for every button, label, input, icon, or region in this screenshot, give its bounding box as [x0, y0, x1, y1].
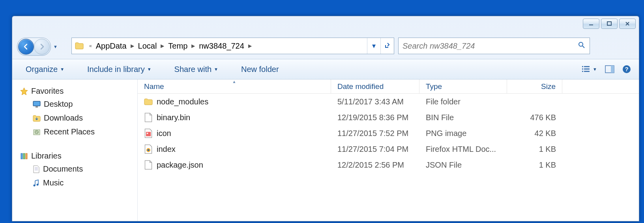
file-date: 5/11/2017 3:43 AM — [331, 97, 419, 106]
svg-point-22 — [37, 183, 39, 185]
sidebar-item-desktop[interactable]: Desktop — [20, 97, 137, 111]
file-size: 42 KB — [507, 129, 562, 138]
file-type: File folder — [419, 97, 507, 106]
breadcrumb-chevron-icon[interactable]: ▶ — [127, 38, 137, 54]
svg-rect-3 — [582, 66, 583, 67]
forward-button[interactable] — [34, 39, 50, 55]
desktop-icon — [33, 101, 41, 108]
search-input[interactable] — [402, 42, 578, 51]
toolbar-label: Include in library — [87, 65, 145, 74]
breadcrumb-chevron-icon[interactable]: ▶ — [245, 38, 255, 54]
preview-pane-button[interactable] — [605, 65, 614, 73]
include-in-library-menu[interactable]: Include in library ▼ — [82, 62, 157, 76]
column-header-size[interactable]: Size — [507, 79, 562, 93]
sidebar-item-label: Music — [43, 178, 64, 187]
svg-rect-10 — [611, 66, 614, 73]
help-icon: ? — [622, 65, 631, 74]
search-box[interactable] — [398, 38, 590, 54]
share-with-menu[interactable]: Share with ▼ — [169, 62, 224, 76]
sidebar-favorites-header[interactable]: Favorites — [20, 85, 137, 97]
preview-pane-icon — [605, 65, 614, 73]
close-button[interactable] — [619, 19, 636, 29]
svg-point-24 — [147, 132, 148, 134]
svg-rect-0 — [589, 25, 593, 25]
file-date: 12/19/2015 8:36 PM — [331, 113, 419, 122]
documents-icon — [33, 165, 40, 173]
search-icon[interactable] — [578, 41, 586, 51]
column-header-name[interactable]: ▲ Name — [138, 79, 331, 93]
toolbar-label: New folder — [241, 65, 279, 74]
chevron-down-icon: ▼ — [593, 67, 597, 72]
file-type: BIN File — [419, 113, 507, 122]
svg-point-21 — [34, 184, 36, 186]
explorer-window: ▼ « AppData ▶ Local ▶ Temp ▶ nw3848_724 … — [12, 16, 639, 221]
svg-rect-20 — [26, 153, 27, 159]
svg-rect-23 — [146, 132, 151, 136]
breadcrumb-chevron-icon[interactable]: ▶ — [188, 38, 198, 54]
nav-history-dropdown[interactable]: ▼ — [53, 44, 58, 49]
file-icon — [144, 161, 153, 169]
list-view-icon — [582, 65, 591, 73]
svg-rect-15 — [36, 106, 38, 108]
file-row[interactable]: node_modules5/11/2017 3:43 AMFile folder — [138, 94, 639, 110]
file-icon — [144, 113, 153, 122]
file-size: 1 KB — [507, 161, 562, 170]
svg-rect-18 — [21, 153, 22, 159]
refresh-button[interactable] — [380, 38, 394, 54]
breadcrumb-item[interactable]: Temp — [167, 38, 188, 54]
file-date: 11/27/2015 7:04 PM — [331, 145, 419, 154]
file-name: binary.bin — [157, 113, 190, 122]
sidebar-item-music[interactable]: Music — [20, 176, 137, 190]
file-row[interactable]: package.json12/2/2015 2:56 PMJSON File1 … — [138, 157, 639, 173]
address-bar[interactable]: « AppData ▶ Local ▶ Temp ▶ nw3848_724 ▶ … — [71, 38, 394, 54]
minimize-button[interactable] — [583, 19, 599, 29]
file-name: icon — [157, 129, 171, 138]
column-label: Name — [144, 82, 164, 91]
sidebar-item-downloads[interactable]: Downloads — [20, 111, 137, 125]
breadcrumb-chevron-icon[interactable]: ▶ — [157, 38, 167, 54]
libraries-icon — [20, 152, 28, 160]
breadcrumb-item[interactable]: AppData — [95, 38, 127, 54]
file-name: package.json — [157, 161, 203, 170]
column-label: Date modified — [337, 82, 384, 91]
file-row[interactable]: icon11/27/2015 7:52 PMPNG image42 KB — [138, 125, 639, 141]
svg-text:?: ? — [625, 66, 628, 72]
file-row[interactable]: binary.bin12/19/2015 8:36 PMBIN File476 … — [138, 110, 639, 125]
column-label: Type — [426, 82, 442, 91]
column-header-date[interactable]: Date modified — [331, 79, 419, 93]
svg-rect-7 — [582, 71, 583, 72]
column-header-type[interactable]: Type — [419, 79, 507, 93]
organize-menu[interactable]: Organize ▼ — [20, 62, 70, 76]
chevron-down-icon: ▼ — [60, 67, 64, 72]
breadcrumb-overflow[interactable]: « — [86, 38, 95, 54]
maximize-button[interactable] — [601, 19, 618, 29]
help-button[interactable]: ? — [622, 65, 631, 74]
file-name: node_modules — [157, 97, 208, 106]
file-type: JSON File — [419, 161, 507, 170]
file-rows: node_modules5/11/2017 3:43 AMFile folder… — [138, 94, 639, 173]
breadcrumb-item[interactable]: nw3848_724 — [198, 38, 245, 54]
file-row[interactable]: index11/27/2015 7:04 PMFirefox HTML Doc.… — [138, 141, 639, 157]
file-list-pane: ▲ Name Date modified Type Size node_modu… — [138, 79, 639, 221]
sidebar-libraries-header[interactable]: Libraries — [20, 150, 137, 162]
view-options-button[interactable]: ▼ — [582, 65, 597, 73]
toolbar-label: Share with — [174, 65, 212, 74]
address-history-dropdown[interactable]: ▾ — [367, 38, 380, 54]
new-folder-button[interactable]: New folder — [236, 62, 285, 76]
sidebar-item-label: Downloads — [44, 113, 83, 123]
column-label: Size — [541, 82, 556, 91]
svg-rect-5 — [582, 68, 583, 70]
sidebar-item-documents[interactable]: Documents — [20, 162, 137, 176]
back-button[interactable] — [18, 39, 34, 55]
sidebar-item-recent-places[interactable]: Recent Places — [20, 125, 137, 139]
downloads-icon — [33, 115, 41, 122]
sidebar-group-label: Favorites — [31, 87, 64, 96]
window-controls — [583, 19, 636, 29]
html-icon — [144, 145, 153, 153]
file-size: 476 KB — [507, 113, 562, 122]
svg-point-2 — [579, 42, 583, 46]
chevron-down-icon: ▼ — [214, 67, 218, 72]
svg-rect-14 — [34, 102, 40, 106]
file-type: PNG image — [419, 129, 507, 138]
breadcrumb-item[interactable]: Local — [137, 38, 158, 54]
